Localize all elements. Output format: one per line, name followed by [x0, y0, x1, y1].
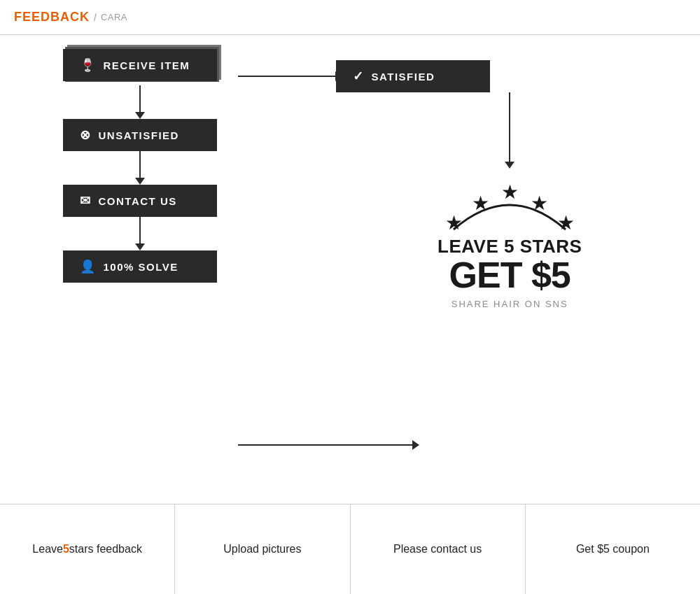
bottom-item-2: Upload pictures: [175, 504, 350, 594]
arrow-down-2: [139, 151, 141, 179]
bottom-bar: Leave 5 stars feedback Upload pictures P…: [0, 504, 700, 594]
x-circle-icon: ⊗: [80, 129, 92, 141]
arrow-down-1: [139, 85, 141, 113]
wine-glass-icon: 🍷: [80, 59, 97, 71]
svg-text:★: ★: [501, 181, 519, 203]
page-container: FEEDBACK / CARA 🍷 RECEIVE ITEM ⊗ UNSATIS…: [0, 0, 700, 594]
stars-arc-svg: ★ ★ ★ ★ ★: [440, 174, 580, 236]
check-circle-icon: ✓: [353, 70, 365, 83]
contact-us-box: ✉ CONTACT US: [63, 185, 217, 217]
svg-text:★: ★: [531, 192, 548, 214]
header-feedback-label: FEEDBACK: [14, 10, 90, 24]
leave5stars-text: LEAVE 5 STARS: [438, 236, 582, 257]
solve-to-stars-arrow: [238, 444, 413, 446]
svg-text:★: ★: [472, 192, 489, 214]
person-icon: 👤: [80, 260, 97, 273]
header-slash: /: [94, 12, 97, 23]
header: FEEDBACK / CARA: [0, 0, 700, 35]
solve-box: 👤 100% SOLVE: [63, 250, 217, 283]
bottom-item-1: Leave 5 stars feedback: [0, 504, 175, 594]
bottom-item-4: Get $5 coupon: [526, 504, 700, 594]
get5-text: GET $5: [449, 257, 570, 293]
stars-section: ★ ★ ★ ★ ★ LEAVE 5 STARS GET $5 SHARE HAI…: [438, 174, 582, 309]
arrow-down-3: [139, 217, 141, 245]
bottom-item-3: Please contact us: [351, 504, 526, 594]
satisfied-box: ✓ SATISFIED: [336, 60, 490, 92]
svg-text:★: ★: [557, 212, 575, 234]
solve-arrow-line: [238, 444, 413, 446]
highlight-5: 5: [63, 542, 69, 557]
share-hair-text: SHARE HAIR ON SNS: [451, 299, 568, 309]
envelope-icon: ✉: [80, 195, 92, 207]
unsatisfied-box: ⊗ UNSATISFIED: [63, 119, 217, 151]
receive-item-box: 🍷 RECEIVE ITEM: [63, 49, 217, 81]
header-cara-label: CARA: [101, 12, 127, 22]
svg-text:★: ★: [445, 212, 463, 234]
